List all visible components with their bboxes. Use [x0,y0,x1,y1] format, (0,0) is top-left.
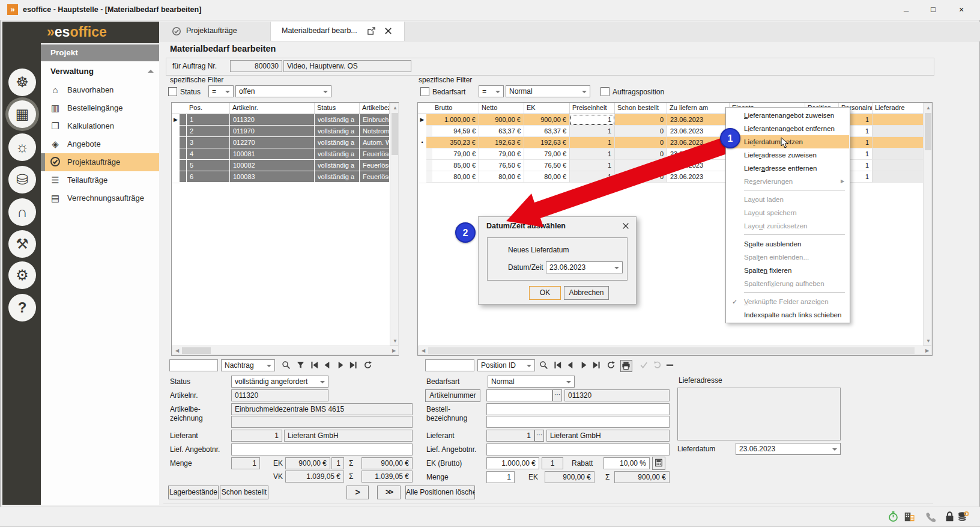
left-filter-value-combo[interactable]: offen [235,85,331,97]
left-filter-checkbox[interactable] [168,87,177,96]
close-tab-icon[interactable] [384,26,393,35]
nav-prev-icon[interactable] [566,360,576,371]
cell-netto[interactable]: 192,63 € [479,137,524,148]
move-one-button[interactable]: > [346,486,369,499]
cell-brutto[interactable]: 80,00 € [432,171,479,183]
stopwatch-icon[interactable] [888,511,900,523]
scroll-down-icon[interactable]: ▼ [926,339,931,344]
move-all-button[interactable]: >> [377,486,401,499]
lieferant-name-field[interactable]: Lieferant GmbH [546,430,670,442]
menu-item-4[interactable]: Lieferadresse entfernen [727,162,849,175]
right-filter-checkbox[interactable] [420,87,429,96]
cell-ek[interactable]: 192,63 € [524,137,570,148]
cell-bestellt[interactable]: 0 [615,160,667,171]
dialog-close-icon[interactable] [622,222,630,230]
collapse-arrow-icon[interactable] [148,70,154,73]
cell-netto[interactable]: 80,00 € [479,171,524,183]
cell-bestellt[interactable]: 0 [615,137,667,148]
order-title-field[interactable]: Video, Hauptverw. OS [283,60,411,72]
magnifier-icon[interactable] [281,360,292,371]
cell-ek[interactable]: 76,50 € [524,160,570,171]
artikelnr-field[interactable]: 011320 [231,389,328,401]
sidebar-item-teilaufträge[interactable]: ☰Teilaufträge [41,171,159,189]
helm-icon[interactable]: ☸ [8,69,36,96]
artikelbezeichnung-field-2[interactable] [231,416,413,428]
right-grid-hscrollbar[interactable]: ◀▶ [418,346,932,355]
cell-bezeichnung[interactable]: Feuerlöscher [360,148,390,160]
cell-artikelnr[interactable]: 011320 [230,114,315,126]
cell-bezeichnung[interactable]: Notstrombatt [360,126,390,137]
sidebar-item-projektaufträge[interactable]: Projektaufträge [41,153,159,171]
cell-brutto[interactable]: 1.000,00 € [432,114,479,126]
scrollbar-thumb[interactable] [182,347,211,354]
sidebar-item-verrechnungsaufträge[interactable]: ▤Verrechnungsaufträge [41,189,159,207]
nav-last-icon[interactable] [591,360,602,371]
right-grid-vscrollbar[interactable]: ▲▼ [923,103,932,346]
cancel-button[interactable]: Abbrechen [564,286,609,300]
cell-bestellt[interactable]: 0 [615,171,667,183]
cell-lieferadre[interactable] [873,114,924,126]
tab-materialbedarf[interactable]: Materialbedarf bearb... [270,22,405,41]
artikelbezeichnung-field-1[interactable]: Einbruchmeldezentrale BMS 4615 [231,403,413,415]
rabatt-field[interactable]: 10,00 % [603,457,650,469]
funnel-icon[interactable] [295,360,306,371]
tab-projektauftraege[interactable]: Projektaufträge [166,22,271,40]
column-header-netto[interactable]: Netto [479,103,524,114]
sidebar-item-bauvorhaben[interactable]: ⌂Bauvorhaben [41,81,159,99]
headset-icon[interactable]: ∩ [8,198,36,226]
scroll-right-icon[interactable]: ▶ [925,349,929,353]
cell-bezeichnung[interactable]: Autom. Wähl- [360,137,390,148]
menu-item-3[interactable]: Lieferadresse zuweisen [727,148,849,162]
scroll-right-icon[interactable]: ▶ [392,349,396,353]
lieferant-nr-field[interactable]: 1 [486,430,534,442]
cell-lieferadre[interactable] [873,148,924,160]
ek-field[interactable]: 900,00 € [285,457,330,469]
sidebar-group-verwaltung[interactable]: Verwaltung [50,67,94,76]
menu-item-14[interactable]: Indexspalte nach links schieben [727,308,849,321]
cell-pe[interactable]: 1 [570,148,615,160]
lieferdatum-combo[interactable]: 23.06.2023 [736,443,841,455]
column-header-ek[interactable]: EK [524,103,570,114]
menu-item-11[interactable]: Spalten fixieren [727,264,849,277]
cell-brutto[interactable]: 85,00 € [432,160,479,171]
money-icon[interactable]: ⛁ [8,166,36,193]
left-search-input[interactable] [169,359,218,371]
company-icon[interactable] [904,511,916,523]
magnifier-icon[interactable] [539,360,549,371]
left-mode-combo[interactable]: Nachtrag [221,359,275,371]
dialog-date-combo[interactable]: 23.06.2023 [546,261,623,273]
printer-icon[interactable] [620,360,632,372]
column-header-lieferadre[interactable]: Lieferadre [873,103,924,114]
cell-pe[interactable]: 1 [570,137,615,148]
cell-bezeichnung[interactable]: Feuerlöscher [360,160,390,171]
lieferant-nr-field[interactable]: 1 [231,430,282,442]
column-header-bestellt[interactable]: Schon bestellt [615,103,667,114]
column-header-pe[interactable]: Preiseinheit [570,103,615,114]
lieferadresse-box[interactable] [677,388,841,440]
cell-artikelnr[interactable]: 100081 [230,148,315,160]
scroll-left-icon[interactable]: ◀ [422,349,425,353]
cell-netto[interactable]: 76,50 € [479,160,524,171]
ok-button[interactable]: OK [529,286,561,300]
vk-field[interactable]: 1.039,05 € [285,471,344,483]
cell-pe[interactable]: 1 [570,126,615,137]
undo-icon[interactable] [652,360,663,371]
cell-liefern[interactable]: 23.06.2023 [667,171,730,183]
cell-bestellt[interactable]: 0 [615,114,667,126]
cell-brutto[interactable]: 79,00 € [432,148,479,160]
cell-netto[interactable]: 79,00 € [479,148,524,160]
lieferant-name-field[interactable]: Lieferant GmbH [284,430,413,442]
ek-sum-field[interactable]: 900,00 € [614,471,670,483]
cell-artikelnr[interactable]: 100083 [230,171,315,183]
cell-ek[interactable]: 900,00 € [524,114,570,126]
cell-bezeichnung[interactable]: Einbruchmeld [360,114,390,126]
scroll-left-icon[interactable]: ◀ [175,349,179,353]
cell-liefern[interactable]: 23.06.2023 [667,114,730,126]
alarm-icon[interactable]: ☼ [8,133,36,161]
cell-pos[interactable]: 5 [187,160,230,171]
cell-ek[interactable]: 79,00 € [524,148,570,160]
maximize-button[interactable]: □ [931,5,936,14]
lief-angebotnr-field[interactable] [231,443,413,455]
cell-pos[interactable]: 3 [187,137,230,148]
menge-field[interactable]: 1 [486,471,515,483]
